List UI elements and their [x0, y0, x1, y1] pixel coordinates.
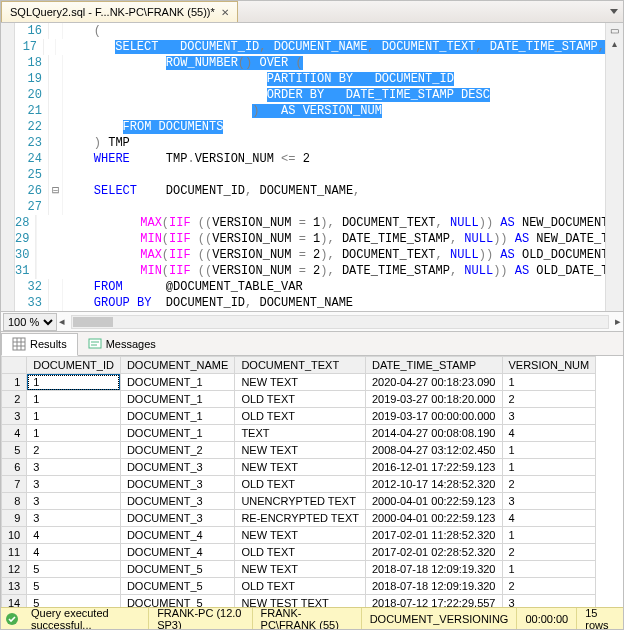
code-line[interactable]: 21 ) AS VERSION_NUM: [15, 103, 605, 119]
cell[interactable]: DOCUMENT_1: [120, 391, 234, 408]
cell[interactable]: 2008-04-27 03:12:02.450: [365, 442, 502, 459]
chevron-left-icon[interactable]: ◂: [57, 315, 67, 328]
code-line[interactable]: 24 WHERE TMP.VERSION_NUM <= 2: [15, 151, 605, 167]
cell[interactable]: DOCUMENT_4: [120, 527, 234, 544]
cell[interactable]: 5: [27, 595, 121, 608]
scrollbar-thumb[interactable]: [73, 317, 113, 327]
code-line[interactable]: 28 MAX(IIF ((VERSION_NUM = 1), DOCUMENT_…: [15, 215, 605, 231]
cell[interactable]: 3: [27, 510, 121, 527]
cell[interactable]: UNENCRYPTED TEXT: [235, 493, 366, 510]
cell[interactable]: 4: [27, 544, 121, 561]
cell[interactable]: NEW TEXT: [235, 561, 366, 578]
cell[interactable]: 3: [502, 408, 596, 425]
split-icon[interactable]: ▭: [610, 25, 619, 36]
cell[interactable]: OLD TEXT: [235, 578, 366, 595]
line-content[interactable]: ROW_NUMBER() OVER (: [63, 55, 605, 71]
cell[interactable]: 2019-03-27 00:18:20.000: [365, 391, 502, 408]
table-row[interactable]: 114DOCUMENT_4OLD TEXT2017-02-01 02:28:52…: [2, 544, 596, 561]
code-line[interactable]: 17 SELECT DOCUMENT_ID, DOCUMENT_NAME, DO…: [15, 39, 605, 55]
row-number[interactable]: 4: [2, 425, 27, 442]
table-row[interactable]: 83DOCUMENT_3UNENCRYPTED TEXT2000-04-01 0…: [2, 493, 596, 510]
zoom-select[interactable]: 100 %: [3, 313, 57, 331]
cell[interactable]: DOCUMENT_5: [120, 561, 234, 578]
cell[interactable]: 1: [502, 374, 596, 391]
code-line[interactable]: 25: [15, 167, 605, 183]
table-row[interactable]: 63DOCUMENT_3NEW TEXT2016-12-01 17:22:59.…: [2, 459, 596, 476]
row-number[interactable]: 2: [2, 391, 27, 408]
cell[interactable]: 4: [502, 510, 596, 527]
row-number[interactable]: 6: [2, 459, 27, 476]
code-line[interactable]: 27: [15, 199, 605, 215]
line-content[interactable]: FROM DOCUMENTS: [63, 119, 605, 135]
tab-messages[interactable]: Messages: [78, 332, 166, 355]
table-row[interactable]: 11DOCUMENT_1NEW TEXT2020-04-27 00:18:23.…: [2, 374, 596, 391]
column-header[interactable]: DATE_TIME_STAMP: [365, 357, 502, 374]
table-row[interactable]: 135DOCUMENT_5OLD TEXT2018-07-18 12:09:19…: [2, 578, 596, 595]
line-content[interactable]: MIN(IIF ((VERSION_NUM = 2), DATE_TIME_ST…: [37, 263, 605, 279]
cell[interactable]: 1: [27, 408, 121, 425]
tab-overflow-menu[interactable]: [605, 1, 623, 22]
table-row[interactable]: 145DOCUMENT_5NEW TEST TEXT2018-07-12 17:…: [2, 595, 596, 608]
line-content[interactable]: PARTITION BY DOCUMENT_ID: [63, 71, 605, 87]
cell[interactable]: 2014-04-27 00:08:08.190: [365, 425, 502, 442]
line-content[interactable]: WHERE TMP.VERSION_NUM <= 2: [63, 151, 605, 167]
cell[interactable]: OLD TEXT: [235, 476, 366, 493]
column-header[interactable]: VERSION_NUM: [502, 357, 596, 374]
table-row[interactable]: 52DOCUMENT_2NEW TEXT2008-04-27 03:12:02.…: [2, 442, 596, 459]
code-line[interactable]: 20 ORDER BY DATE_TIME_STAMP DESC: [15, 87, 605, 103]
cell[interactable]: 1: [27, 374, 121, 391]
cell[interactable]: 2018-07-18 12:09:19.320: [365, 578, 502, 595]
code-line[interactable]: 16 (: [15, 23, 605, 39]
cell[interactable]: 3: [27, 493, 121, 510]
row-number[interactable]: 12: [2, 561, 27, 578]
table-row[interactable]: 93DOCUMENT_3RE-ENCRYPTED TEXT2000-04-01 …: [2, 510, 596, 527]
cell[interactable]: 2: [502, 391, 596, 408]
table-row[interactable]: 31DOCUMENT_1OLD TEXT2019-03-17 00:00:00.…: [2, 408, 596, 425]
cell[interactable]: 2: [27, 442, 121, 459]
chevron-right-icon[interactable]: ▸: [613, 315, 623, 328]
cell[interactable]: 2: [502, 578, 596, 595]
line-content[interactable]: FROM @DOCUMENT_TABLE_VAR: [63, 279, 605, 295]
line-content[interactable]: MAX(IIF ((VERSION_NUM = 2), DOCUMENT_TEX…: [37, 247, 605, 263]
code-line[interactable]: 22 FROM DOCUMENTS: [15, 119, 605, 135]
cell[interactable]: 1: [27, 391, 121, 408]
code-editor[interactable]: 16 (17 SELECT DOCUMENT_ID, DOCUMENT_NAME…: [1, 23, 623, 312]
table-row[interactable]: 104DOCUMENT_4NEW TEXT2017-02-01 11:28:52…: [2, 527, 596, 544]
cell[interactable]: 2020-04-27 00:18:23.090: [365, 374, 502, 391]
cell[interactable]: 2018-07-12 17:22:29.557: [365, 595, 502, 608]
results-grid[interactable]: DOCUMENT_IDDOCUMENT_NAMEDOCUMENT_TEXTDAT…: [1, 356, 623, 607]
cell[interactable]: NEW TEXT: [235, 374, 366, 391]
cell[interactable]: DOCUMENT_3: [120, 493, 234, 510]
cell[interactable]: DOCUMENT_4: [120, 544, 234, 561]
cell[interactable]: 4: [502, 425, 596, 442]
cell[interactable]: DOCUMENT_1: [120, 374, 234, 391]
code-line[interactable]: 30 MAX(IIF ((VERSION_NUM = 2), DOCUMENT_…: [15, 247, 605, 263]
cell[interactable]: 2017-02-01 11:28:52.320: [365, 527, 502, 544]
column-header[interactable]: DOCUMENT_NAME: [120, 357, 234, 374]
cell[interactable]: DOCUMENT_3: [120, 476, 234, 493]
table-row[interactable]: 21DOCUMENT_1OLD TEXT2019-03-27 00:18:20.…: [2, 391, 596, 408]
cell[interactable]: DOCUMENT_1: [120, 408, 234, 425]
row-number[interactable]: 11: [2, 544, 27, 561]
code-line[interactable]: 23 ) TMP: [15, 135, 605, 151]
cell[interactable]: 4: [27, 527, 121, 544]
horizontal-scrollbar[interactable]: [71, 315, 609, 329]
row-number[interactable]: 10: [2, 527, 27, 544]
cell[interactable]: 2000-04-01 00:22:59.123: [365, 493, 502, 510]
cell[interactable]: RE-ENCRYPTED TEXT: [235, 510, 366, 527]
line-content[interactable]: GROUP BY DOCUMENT_ID, DOCUMENT_NAME: [63, 295, 605, 311]
line-content[interactable]: MIN(IIF ((VERSION_NUM = 1), DATE_TIME_ST…: [37, 231, 605, 247]
line-content[interactable]: ) AS VERSION_NUM: [63, 103, 605, 119]
cell[interactable]: NEW TEXT: [235, 459, 366, 476]
cell[interactable]: 2: [502, 544, 596, 561]
cell[interactable]: OLD TEXT: [235, 391, 366, 408]
column-header[interactable]: DOCUMENT_TEXT: [235, 357, 366, 374]
cell[interactable]: 3: [27, 476, 121, 493]
row-number[interactable]: 14: [2, 595, 27, 608]
line-content[interactable]: ORDER BY DATE_TIME_STAMP DESC: [63, 87, 605, 103]
cell[interactable]: OLD TEXT: [235, 408, 366, 425]
code-line[interactable]: 32 FROM @DOCUMENT_TABLE_VAR: [15, 279, 605, 295]
row-number[interactable]: 5: [2, 442, 27, 459]
fold-icon[interactable]: ⊟: [49, 183, 63, 199]
column-header[interactable]: DOCUMENT_ID: [27, 357, 121, 374]
